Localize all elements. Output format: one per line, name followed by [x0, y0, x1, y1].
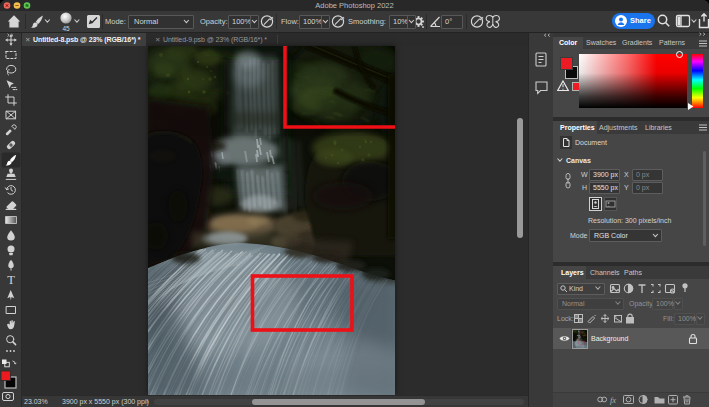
svg-text:fx: fx: [610, 395, 616, 405]
svg-text:T: T: [7, 273, 15, 287]
svg-text:45: 45: [62, 25, 70, 32]
